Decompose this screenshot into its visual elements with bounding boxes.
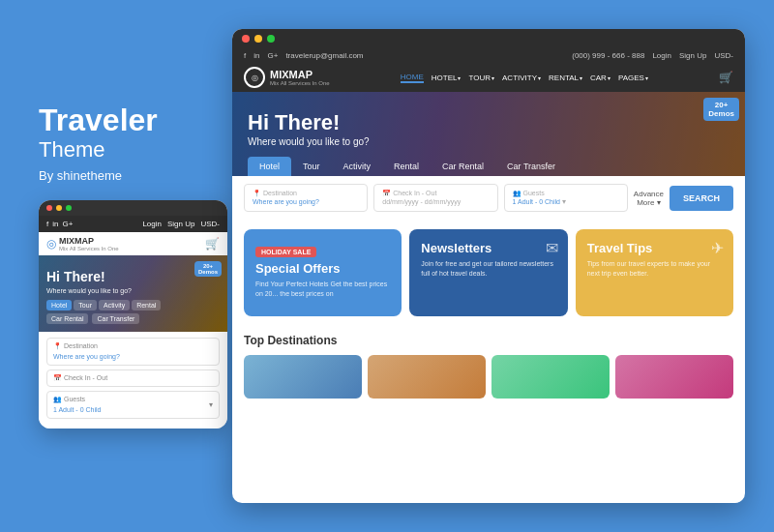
hero-subtitle: Where would you like to go? — [248, 136, 729, 147]
logo-icon: ◎ — [244, 67, 265, 88]
mobile-checkin-label: 📅 Check In - Out — [53, 374, 213, 382]
desktop-mockup: f in G+ travelerup@gmail.com (000) 999 -… — [232, 29, 745, 503]
mobile-hero: Hi There! Where would you like to go? 20… — [39, 255, 227, 332]
site-logo-tagline: Mix All Services In One — [270, 80, 330, 86]
mobile-search-tabs: Hotel Tour Activity Rental — [46, 300, 220, 310]
holiday-sale-badge: HOLIDAY SALE — [255, 247, 316, 257]
mobile-destination-label: 📍 Destination — [53, 342, 213, 350]
currency-dropdown[interactable]: USD- — [714, 51, 733, 60]
facebook-icon[interactable]: f — [46, 220, 48, 228]
travel-tips-desc: Tips from our travel experts to make you… — [587, 259, 722, 279]
top-destinations-title: Top Destinations — [244, 334, 733, 347]
mobile-tab-rental[interactable]: Rental — [132, 300, 161, 310]
special-offers-title: Special Offers — [255, 261, 390, 276]
mobile-cart-icon[interactable]: 🛒 — [205, 237, 220, 251]
login-link[interactable]: Login — [652, 51, 671, 60]
mobile-window-bar — [39, 200, 227, 216]
linkedin-icon[interactable]: in — [52, 220, 58, 228]
mobile-guests-field[interactable]: 👥 Guests 1 Adult - 0 Child ▾ — [46, 391, 220, 419]
phone-number: (000) 999 - 666 - 888 — [572, 51, 644, 60]
social-links: f in G+ travelerup@gmail.com — [244, 51, 364, 60]
special-offers-card: HOLIDAY SALE Special Offers Find Your Pe… — [244, 229, 402, 316]
hero-section: Hi There! Where would you like to go? 20… — [232, 92, 745, 176]
site-nav: HOME HOTEL TOUR ACTIVITY RENTAL CAR PAGE… — [401, 73, 648, 83]
mobile-logo-bar: ◎ MIXMAP Mix All Services In One 🛒 — [39, 232, 227, 255]
destination-card-1[interactable] — [244, 355, 362, 399]
tab-car-rental[interactable]: Car Rental — [431, 157, 495, 176]
mobile-logo-name: MIXMAP — [59, 236, 119, 246]
googleplus-icon[interactable]: G+ — [267, 51, 278, 60]
mobile-demo-badge: 20+ Demos — [194, 261, 222, 277]
search-bar: 📍 Destination Where are you going? 📅 Che… — [232, 176, 745, 220]
tab-activity[interactable]: Activity — [332, 157, 383, 176]
mobile-tab-car-rental[interactable]: Car Rental — [46, 313, 88, 324]
mobile-destination-value: Where are you going? — [53, 353, 120, 360]
guests-field[interactable]: 👥 Guests 1 Adult - 0 Child ▾ — [504, 184, 628, 212]
currency-selector[interactable]: USD- — [200, 220, 220, 228]
mobile-nav: f in G+ Login Sign Up USD- — [39, 216, 227, 232]
destination-card-4[interactable] — [615, 355, 733, 399]
nav-car[interactable]: CAR — [590, 74, 610, 82]
advance-button[interactable]: Advance More ▾ — [634, 190, 664, 207]
signup-link[interactable]: Sign Up — [679, 51, 706, 60]
search-tabs: Hotel Tour Activity Rental Car Rental Ca… — [248, 157, 729, 176]
site-header-top: f in G+ travelerup@gmail.com (000) 999 -… — [232, 48, 745, 63]
newsletter-icon: ✉ — [546, 239, 558, 257]
brand-title: Traveler — [39, 103, 218, 137]
desktop-green-dot — [267, 35, 275, 43]
googleplus-icon[interactable]: G+ — [62, 220, 73, 228]
nav-tour[interactable]: TOUR — [468, 74, 494, 82]
mobile-tab-activity[interactable]: Activity — [99, 300, 130, 310]
mobile-tab-tour[interactable]: Tour — [74, 300, 97, 310]
mobile-destination-field[interactable]: 📍 Destination Where are you going? — [46, 338, 220, 366]
destination-card-2[interactable] — [368, 355, 486, 399]
facebook-icon[interactable]: f — [244, 51, 246, 60]
chevron-down-icon: ▾ — [562, 197, 566, 206]
bottom-section: Top Destinations — [232, 326, 745, 503]
destination-label: 📍 Destination — [253, 190, 359, 197]
destinations-row — [244, 355, 733, 399]
yellow-dot — [56, 205, 62, 211]
nav-home[interactable]: HOME — [401, 73, 424, 83]
destination-field[interactable]: 📍 Destination Where are you going? — [244, 184, 368, 212]
left-panel: Traveler Theme By shinetheme f in G+ Log… — [39, 103, 227, 429]
special-offers-desc: Find Your Perfect Hotels Get the best pr… — [255, 280, 390, 299]
tab-hotel[interactable]: Hotel — [248, 157, 291, 176]
mobile-guests-label: 👥 Guests — [53, 396, 101, 403]
tab-car-transfer[interactable]: Car Transfer — [495, 157, 567, 176]
demo-count: 20+ — [715, 101, 729, 109]
newsletters-desc: Join for free and get our tailored newsl… — [421, 259, 555, 279]
cart-icon[interactable]: 🛒 — [719, 71, 733, 84]
tab-tour[interactable]: Tour — [291, 157, 332, 176]
nav-activity[interactable]: ACTIVITY — [502, 74, 541, 82]
mobile-tab-car-transfer[interactable]: Car Transfer — [92, 313, 139, 324]
mobile-auth-links: Login Sign Up USD- — [142, 220, 220, 228]
demo-badge: 20+ Demos — [703, 98, 739, 121]
site-header-main: ◎ MIXMAP Mix All Services In One HOME HO… — [232, 63, 745, 92]
by-line: By shinetheme — [39, 168, 218, 183]
nav-hotel[interactable]: HOTEL — [432, 74, 461, 82]
guests-label: 👥 Guests — [513, 190, 619, 197]
search-button[interactable]: SEARCH — [670, 186, 733, 211]
chevron-down-icon: ▾ — [209, 400, 213, 409]
checkin-label: 📅 Check In - Out — [382, 190, 489, 197]
mobile-logo-icon: ◎ — [46, 237, 56, 251]
email-link: travelerup@gmail.com — [285, 51, 363, 60]
desktop-window-bar — [232, 29, 745, 48]
mobile-hero-subtitle: Where would you like to go? — [46, 287, 220, 294]
signup-link[interactable]: Sign Up — [167, 220, 194, 228]
nav-rental[interactable]: RENTAL — [549, 74, 582, 82]
login-link[interactable]: Login — [142, 220, 162, 228]
site-logo-name: MIXMAP — [270, 69, 330, 80]
tab-rental[interactable]: Rental — [382, 157, 431, 176]
hero-title: Hi There! — [248, 111, 729, 134]
mobile-guests-value: 1 Adult - 0 Child — [53, 406, 101, 413]
nav-pages[interactable]: PAGES — [618, 74, 648, 82]
header-right-links: (000) 999 - 666 - 888 Login Sign Up USD- — [572, 51, 733, 60]
destination-card-3[interactable] — [491, 355, 610, 399]
mobile-tab-hotel[interactable]: Hotel — [46, 300, 72, 310]
linkedin-icon[interactable]: in — [253, 51, 259, 60]
cards-section: HOLIDAY SALE Special Offers Find Your Pe… — [232, 220, 745, 326]
mobile-checkin-field[interactable]: 📅 Check In - Out — [46, 369, 220, 387]
checkin-field[interactable]: 📅 Check In - Out dd/mm/yyyy - dd/mm/yyyy — [373, 184, 497, 212]
